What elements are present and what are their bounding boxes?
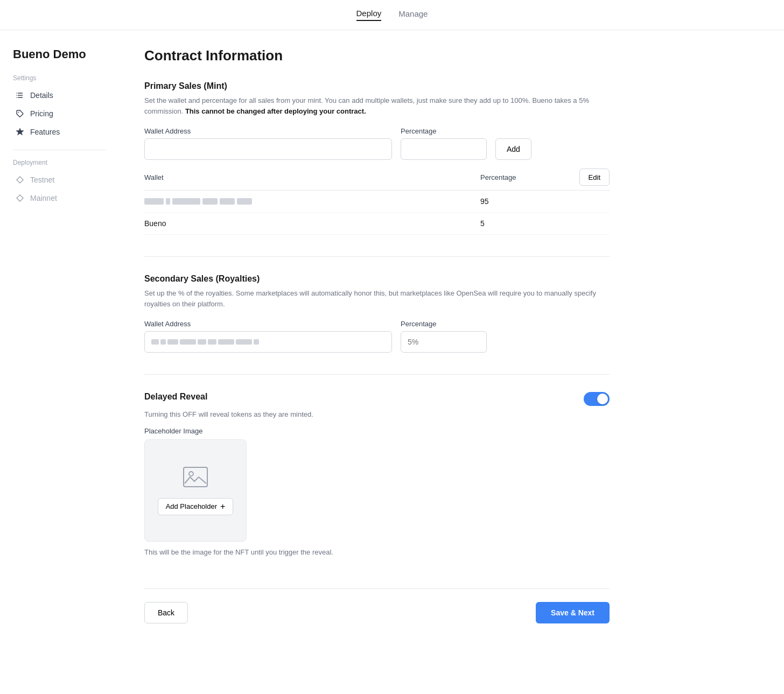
back-button[interactable]: Back bbox=[144, 602, 188, 623]
wallet-address-label: Wallet Address bbox=[144, 127, 392, 135]
sidebar-item-pricing[interactable]: Pricing bbox=[13, 104, 106, 123]
pct-value-1: 95 bbox=[480, 197, 566, 206]
add-placeholder-button[interactable]: Add Placeholder + bbox=[158, 498, 234, 515]
sidebar: Bueno Demo Settings Details bbox=[0, 30, 118, 693]
deployment-label: Deployment bbox=[13, 159, 106, 166]
sidebar-item-features[interactable]: Features bbox=[13, 123, 106, 141]
svg-point-5 bbox=[16, 97, 17, 98]
delayed-reveal-section: Delayed Reveal Turning this OFF will rev… bbox=[144, 392, 610, 556]
section-divider-1 bbox=[144, 256, 610, 257]
svg-point-3 bbox=[16, 93, 17, 94]
secondary-sales-section: Secondary Sales (Royalties) Set up the %… bbox=[144, 274, 610, 353]
secondary-sales-desc: Set up the % of the royalties. Some mark… bbox=[144, 288, 610, 309]
bueno-wallet: Bueno bbox=[144, 219, 480, 228]
sidebar-item-details-label: Details bbox=[30, 91, 53, 100]
svg-point-9 bbox=[189, 472, 193, 476]
royalties-percentage-group: Percentage bbox=[401, 320, 487, 353]
sidebar-item-mainnet-label: Mainnet bbox=[30, 194, 57, 202]
wallet-table: Wallet Percentage Edit bbox=[144, 169, 610, 235]
add-button[interactable]: Add bbox=[495, 138, 531, 160]
primary-sales-bold: This cannot be changed after deploying y… bbox=[185, 107, 366, 115]
royalties-pct-label: Percentage bbox=[401, 320, 487, 328]
sidebar-item-pricing-label: Pricing bbox=[30, 109, 53, 118]
royalties-wallet-label: Wallet Address bbox=[144, 320, 392, 328]
pct-col-header: Percentage bbox=[480, 173, 566, 181]
main-content: Contract Information Primary Sales (Mint… bbox=[118, 30, 635, 693]
primary-sales-title: Primary Sales (Mint) bbox=[144, 81, 610, 91]
mainnet-diamond-icon bbox=[15, 193, 25, 203]
sidebar-item-testnet-label: Testnet bbox=[30, 176, 54, 184]
royalties-form-row: Wallet Address Percentage bbox=[144, 320, 610, 353]
royalties-wallet-input[interactable] bbox=[144, 331, 392, 353]
tag-icon bbox=[15, 109, 25, 118]
image-placeholder-icon bbox=[183, 466, 208, 489]
sidebar-item-mainnet[interactable]: Mainnet bbox=[13, 189, 106, 207]
settings-label: Settings bbox=[13, 74, 106, 82]
testnet-diamond-icon bbox=[15, 175, 25, 185]
sidebar-item-testnet[interactable]: Testnet bbox=[13, 171, 106, 189]
sidebar-item-details[interactable]: Details bbox=[13, 86, 106, 104]
section-divider-2 bbox=[144, 374, 610, 375]
secondary-sales-title: Secondary Sales (Royalties) bbox=[144, 274, 610, 284]
table-row: Bueno 5 bbox=[144, 213, 610, 235]
wallet-address-group: Wallet Address bbox=[144, 127, 392, 160]
list-icon bbox=[15, 90, 25, 100]
royalties-wallet-group: Wallet Address bbox=[144, 320, 392, 353]
top-nav: Deploy Manage bbox=[0, 0, 784, 30]
plus-icon: + bbox=[220, 502, 225, 511]
delayed-reveal-toggle[interactable] bbox=[584, 392, 610, 406]
save-next-button[interactable]: Save & Next bbox=[536, 602, 610, 623]
placeholder-image-label: Placeholder Image bbox=[144, 427, 610, 435]
wallet-table-header: Wallet Percentage Edit bbox=[144, 169, 610, 191]
edit-button[interactable]: Edit bbox=[579, 169, 610, 186]
footer-row: Back Save & Next bbox=[144, 588, 610, 623]
wallet-address-input[interactable] bbox=[144, 138, 392, 160]
svg-marker-7 bbox=[17, 129, 23, 135]
primary-sales-section: Primary Sales (Mint) Set the wallet and … bbox=[144, 81, 610, 235]
placeholder-image-box[interactable]: Add Placeholder + bbox=[144, 439, 247, 542]
svg-point-6 bbox=[18, 112, 19, 113]
toggle-knob bbox=[597, 394, 608, 404]
sidebar-divider bbox=[13, 150, 106, 150]
app-title: Bueno Demo bbox=[13, 47, 106, 61]
page-title: Contract Information bbox=[144, 47, 610, 64]
placeholder-note: This will be the image for the NFT until… bbox=[144, 548, 610, 556]
nav-deploy[interactable]: Deploy bbox=[356, 9, 382, 21]
delayed-reveal-toggle-row: Delayed Reveal bbox=[144, 392, 610, 406]
delayed-reveal-desc: Turning this OFF will reveal tokens as t… bbox=[144, 410, 610, 418]
blurred-address-1 bbox=[144, 198, 480, 205]
svg-rect-8 bbox=[184, 467, 207, 487]
pct-value-2: 5 bbox=[480, 219, 566, 228]
nav-manage[interactable]: Manage bbox=[398, 9, 428, 20]
primary-sales-form-row: Wallet Address Percentage Add bbox=[144, 127, 610, 160]
layout: Bueno Demo Settings Details bbox=[0, 30, 784, 693]
wallet-col-header: Wallet bbox=[144, 173, 480, 181]
sidebar-item-features-label: Features bbox=[30, 128, 60, 136]
star-icon bbox=[15, 127, 25, 137]
table-row: 95 bbox=[144, 191, 610, 213]
percentage-label: Percentage bbox=[401, 127, 487, 135]
royalties-pct-input[interactable] bbox=[401, 331, 487, 353]
delayed-reveal-title: Delayed Reveal bbox=[144, 392, 207, 402]
svg-point-4 bbox=[16, 95, 17, 96]
percentage-input[interactable] bbox=[401, 138, 487, 160]
percentage-group: Percentage bbox=[401, 127, 487, 160]
primary-sales-desc: Set the wallet and percentage for all sa… bbox=[144, 95, 610, 116]
